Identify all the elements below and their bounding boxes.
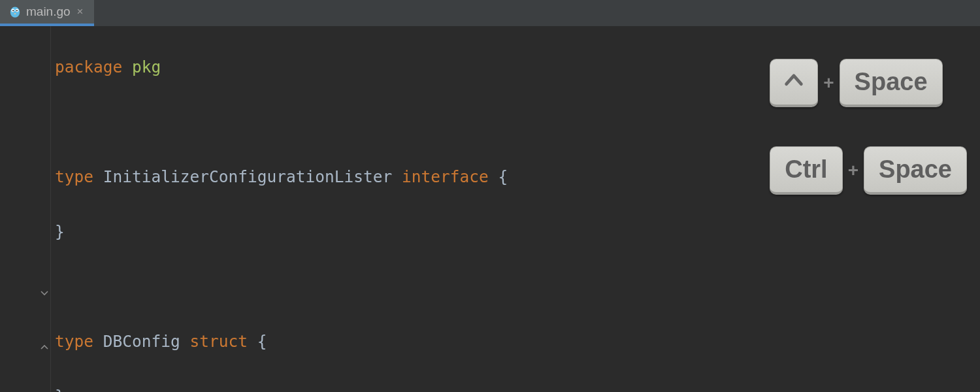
plus-separator: + [821,73,836,93]
keycap-control [770,59,818,107]
svg-point-5 [14,13,16,14]
keyword-interface: interface [402,167,489,186]
go-gopher-icon [9,5,21,19]
type-name: DBConfig [103,332,180,351]
package-name: pkg [132,57,161,76]
file-tab-main-go[interactable]: main.go × [0,0,94,26]
brace-close: } [55,387,65,392]
shortcut-control-space-mac: + Space [770,59,967,107]
keyword-type: type [55,332,93,351]
type-name: InitializerConfigurationLister [103,167,393,186]
editor-gutter [0,26,51,392]
plus-separator: + [845,160,861,181]
code-editor[interactable]: package pkg type InitializerConfiguratio… [0,26,980,392]
keycap-label: Ctrl [785,155,827,184]
fold-open-icon[interactable] [40,288,49,297]
shortcut-ctrl-space-win: Ctrl + Space [770,146,967,195]
keyword-type: type [55,167,93,186]
close-tab-icon[interactable]: × [76,5,85,18]
svg-point-0 [10,7,20,18]
svg-point-3 [12,10,14,11]
brace-open: { [498,167,508,186]
brace-open: { [257,332,267,351]
file-tab-label: main.go [26,5,71,19]
keyword-struct: struct [190,332,248,351]
keycap-space: Space [864,146,967,195]
brace-close: } [55,222,65,241]
svg-point-4 [16,10,18,11]
keycap-ctrl: Ctrl [770,146,842,195]
keycap-label: Space [879,155,952,184]
keyword-package: package [55,57,122,76]
shortcut-keycap-overlay: + Space Ctrl + Space [770,59,967,195]
tab-bar: main.go × [0,0,980,26]
keycap-label: Space [855,68,928,96]
control-glyph-icon [783,69,805,96]
fold-close-icon[interactable] [40,343,49,352]
keycap-space: Space [840,59,943,107]
